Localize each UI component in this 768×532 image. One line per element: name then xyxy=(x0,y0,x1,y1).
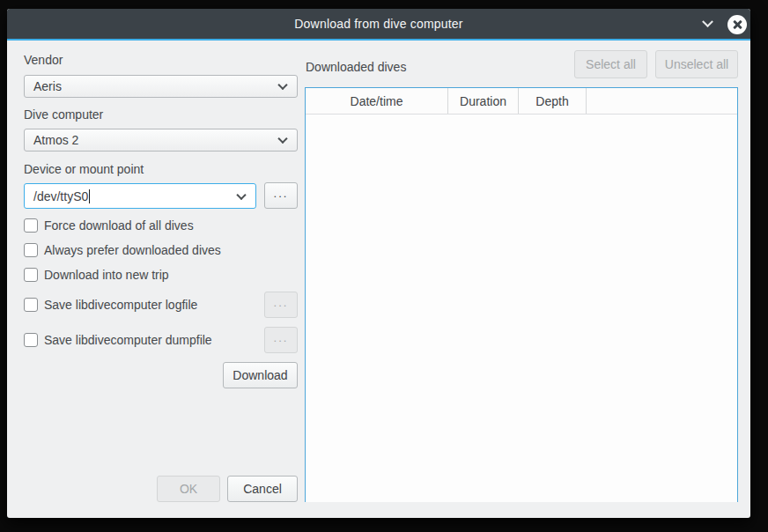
logfile-browse-button[interactable]: ... xyxy=(264,292,298,318)
ellipsis-icon: ... xyxy=(274,335,289,342)
table-body-empty xyxy=(306,115,737,502)
column-header-datetime[interactable]: Date/time xyxy=(306,88,448,114)
downloaded-dives-heading: Downloaded dives xyxy=(306,60,406,74)
close-button[interactable] xyxy=(727,15,747,34)
vendor-label: Vendor xyxy=(24,53,63,67)
dive-computer-select[interactable]: Atmos 2 xyxy=(24,129,298,151)
dumpfile-browse-button[interactable]: ... xyxy=(264,327,298,353)
checkbox-icon xyxy=(24,218,38,233)
ok-button[interactable]: OK xyxy=(157,476,220,502)
close-icon xyxy=(732,19,742,30)
shade-button[interactable] xyxy=(699,17,715,31)
checkbox-icon xyxy=(24,243,38,257)
checkbox-icon xyxy=(24,268,38,282)
chevron-down-icon xyxy=(702,16,713,27)
download-button[interactable]: Download xyxy=(223,362,298,388)
unselect-all-button[interactable]: Unselect all xyxy=(655,50,738,78)
vendor-select[interactable]: Aeris xyxy=(24,75,298,98)
titlebar-accent-line xyxy=(7,39,750,41)
device-value: /dev/ttyS0 xyxy=(33,189,88,203)
download-dialog: Download from dive computer Vendor Aeris… xyxy=(7,9,750,518)
checkbox-force-download[interactable]: Force download of all dives xyxy=(24,218,194,233)
checkbox-icon xyxy=(24,298,38,312)
dive-computer-label: Dive computer xyxy=(24,107,103,122)
device-browse-button[interactable]: ... xyxy=(264,182,298,209)
dive-computer-value: Atmos 2 xyxy=(33,133,78,147)
cancel-button[interactable]: Cancel xyxy=(227,476,298,502)
chevron-down-icon xyxy=(277,134,287,144)
titlebar[interactable]: Download from dive computer xyxy=(7,9,750,39)
column-header-duration[interactable]: Duration xyxy=(448,88,519,114)
chevron-down-icon xyxy=(277,80,287,90)
text-cursor xyxy=(89,189,90,203)
checkbox-save-dumpfile[interactable]: Save libdivecomputer dumpfile xyxy=(24,333,212,347)
checkbox-save-logfile[interactable]: Save libdivecomputer logfile xyxy=(24,298,197,312)
select-all-button[interactable]: Select all xyxy=(574,50,647,78)
device-input[interactable]: /dev/ttyS0 xyxy=(24,183,256,209)
table-header-row: Date/time Duration Depth xyxy=(306,88,737,115)
ellipsis-icon: ... xyxy=(274,299,289,307)
column-header-depth[interactable]: Depth xyxy=(519,88,587,114)
window-title: Download from dive computer xyxy=(294,17,462,31)
chevron-down-icon xyxy=(236,189,246,199)
ellipsis-icon: ... xyxy=(274,190,289,197)
device-label: Device or mount point xyxy=(24,162,144,176)
checkbox-prefer-downloaded[interactable]: Always prefer downloaded dives xyxy=(24,243,221,257)
column-header-empty xyxy=(587,88,737,114)
downloaded-dives-table[interactable]: Date/time Duration Depth xyxy=(305,87,738,502)
vendor-value: Aeris xyxy=(33,79,62,93)
desktop-background: Download from dive computer Vendor Aeris… xyxy=(0,0,768,532)
checkbox-new-trip[interactable]: Download into new trip xyxy=(24,268,169,282)
checkbox-icon xyxy=(24,333,38,347)
